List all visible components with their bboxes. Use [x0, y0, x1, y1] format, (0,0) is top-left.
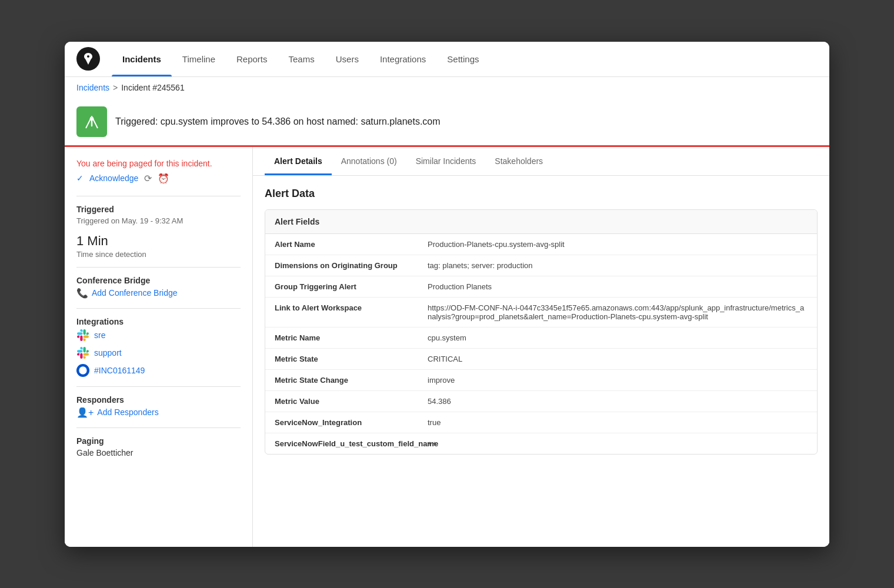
alert-fields-header: Alert Fields	[265, 210, 817, 234]
top-nav: Incidents Timeline Reports Teams Users I…	[65, 42, 829, 77]
field-name: Metric State	[275, 355, 428, 363]
paging-label: Paging	[76, 436, 241, 446]
check-icon: ✓	[76, 173, 84, 183]
alert-icon	[83, 113, 101, 131]
divider-5	[76, 427, 241, 428]
snooze-icon[interactable]: ⏰	[158, 173, 169, 184]
integration-support-link[interactable]: support	[94, 348, 122, 358]
table-row: ServiceNow_Integration true	[265, 412, 817, 433]
field-value: cpu.system	[428, 333, 466, 342]
integrations-label: Integrations	[76, 317, 241, 326]
nav-incidents[interactable]: Incidents	[112, 42, 172, 76]
time-value: 1 Min	[76, 233, 241, 249]
field-name: ServiceNowField_u_test_custom_field_name	[275, 439, 428, 448]
conference-section: Conference Bridge 📞 Add Conference Bridg…	[76, 276, 241, 299]
table-row: Group Triggering Alert Production Planet…	[265, 276, 817, 298]
app-window: Incidents Timeline Reports Teams Users I…	[65, 42, 829, 547]
field-value: CRITICAL	[428, 355, 462, 363]
triggered-label: Triggered	[76, 205, 241, 214]
bridge-phone-icon: 📞	[76, 288, 88, 299]
nav-timeline[interactable]: Timeline	[172, 42, 226, 76]
table-row: Metric Name cpu.system	[265, 328, 817, 349]
alert-fields-list: Alert Name Production-Planets-cpu.system…	[265, 234, 817, 454]
alert-data-title: Alert Data	[265, 188, 818, 200]
field-value: 54.386	[428, 397, 451, 406]
time-label: Time since detection	[76, 250, 241, 259]
paging-alert: You are being paged for this incident.	[76, 159, 241, 168]
divider-2	[76, 267, 241, 268]
integration-opsgenie-link[interactable]: #INC0161149	[94, 366, 145, 375]
table-row: Metric State Change improve	[265, 370, 817, 391]
slack-icon-support	[76, 346, 89, 359]
divider-4	[76, 386, 241, 387]
table-row: Metric State CRITICAL	[265, 349, 817, 370]
field-value: https://OD-FM-CONF-NA-i-0447c3345e1f57e6…	[428, 303, 808, 321]
nav-teams[interactable]: Teams	[278, 42, 325, 76]
app-logo	[76, 47, 100, 71]
integrations-section: Integrations sre	[76, 317, 241, 377]
add-person-icon: 👤+	[76, 407, 94, 418]
alert-fields-card: Alert Fields Alert Name Production-Plane…	[265, 209, 818, 455]
triggered-date: Triggered on May. 19 - 9:32 AM	[76, 216, 241, 225]
tab-stakeholders[interactable]: Stakeholders	[485, 147, 552, 175]
nav-users[interactable]: Users	[325, 42, 369, 76]
field-value: Production Planets	[428, 282, 492, 291]
responders-section: Responders 👤+ Add Responders	[76, 395, 241, 418]
integration-support: support	[76, 346, 241, 359]
tab-alert-details[interactable]: Alert Details	[265, 147, 332, 175]
field-value: ++	[428, 439, 436, 448]
field-name: Metric State Change	[275, 376, 428, 385]
integration-sre-link[interactable]: sre	[94, 330, 105, 340]
nav-integrations[interactable]: Integrations	[369, 42, 436, 76]
field-value: true	[428, 418, 441, 427]
breadcrumb: Incidents > Incident #245561	[65, 77, 829, 98]
field-name: Metric Value	[275, 397, 428, 406]
field-name: Group Triggering Alert	[275, 282, 428, 291]
breadcrumb-current: Incident #245561	[121, 83, 184, 92]
nav-settings[interactable]: Settings	[436, 42, 489, 76]
table-row: Link to Alert Workspace https://OD-FM-CO…	[265, 298, 817, 328]
paging-name: Gale Boetticher	[76, 448, 241, 457]
add-bridge-button[interactable]: 📞 Add Conference Bridge	[76, 288, 241, 299]
incident-icon	[76, 106, 107, 137]
table-row: ServiceNowField_u_test_custom_field_name…	[265, 433, 817, 454]
tab-similar-incidents[interactable]: Similar Incidents	[406, 147, 486, 175]
conference-bridge-label: Conference Bridge	[76, 276, 241, 285]
integration-sre: sre	[76, 329, 241, 342]
responders-label: Responders	[76, 395, 241, 405]
sidebar: You are being paged for this incident. ✓…	[65, 147, 253, 547]
acknowledge-button[interactable]: Acknowledge	[89, 173, 138, 183]
field-name: Alert Name	[275, 240, 428, 249]
slack-icon-sre	[76, 329, 89, 342]
field-name: Link to Alert Workspace	[275, 303, 428, 321]
opsgenie-icon	[76, 364, 89, 377]
acknowledge-row: ✓ Acknowledge ⟳ ⏰	[76, 173, 241, 184]
add-responders-text: Add Responders	[97, 407, 158, 417]
field-name: Dimensions on Originating Group	[275, 261, 428, 270]
logo-icon	[81, 52, 95, 66]
table-row: Dimensions on Originating Group tag: pla…	[265, 255, 817, 276]
nav-reports[interactable]: Reports	[226, 42, 278, 76]
reassign-icon[interactable]: ⟳	[144, 173, 152, 184]
paging-section: Paging Gale Boetticher	[76, 436, 241, 457]
nav-bar: Incidents Timeline Reports Teams Users I…	[112, 42, 489, 76]
field-name: ServiceNow_Integration	[275, 418, 428, 427]
table-row: Metric Value 54.386	[265, 391, 817, 412]
field-name: Metric Name	[275, 333, 428, 342]
field-value: tag: planets; server: production	[428, 261, 533, 270]
breadcrumb-separator: >	[113, 83, 118, 92]
svg-point-2	[79, 366, 86, 374]
add-responders-button[interactable]: 👤+ Add Responders	[76, 407, 241, 418]
divider-1	[76, 196, 241, 196]
panel-content: Alert Data Alert Fields Alert Name Produ…	[253, 176, 829, 466]
breadcrumb-link[interactable]: Incidents	[76, 83, 109, 92]
incident-title: Triggered: cpu.system improves to 54.386…	[115, 116, 441, 127]
add-bridge-text: Add Conference Bridge	[92, 288, 178, 298]
tab-annotations[interactable]: Annotations (0)	[332, 147, 406, 175]
field-value: Production-Planets-cpu.system-avg-split	[428, 240, 565, 249]
divider-3	[76, 308, 241, 309]
incident-header: Triggered: cpu.system improves to 54.386…	[65, 98, 829, 147]
table-row: Alert Name Production-Planets-cpu.system…	[265, 234, 817, 255]
field-value: improve	[428, 376, 455, 385]
right-panel: Alert Details Annotations (0) Similar In…	[253, 147, 829, 547]
